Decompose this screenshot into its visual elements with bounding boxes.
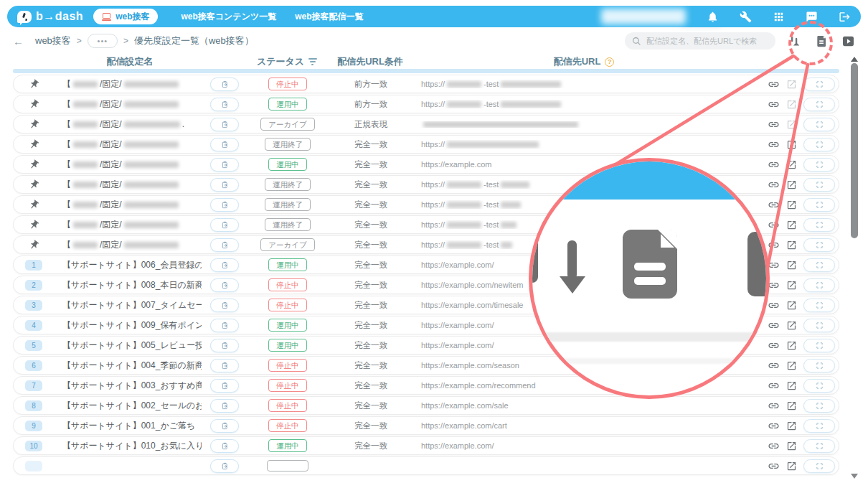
expand-button[interactable] bbox=[803, 218, 835, 232]
download-button[interactable] bbox=[788, 34, 802, 48]
copy-button[interactable] bbox=[210, 319, 239, 332]
link-icon[interactable] bbox=[768, 239, 780, 251]
apps-grid-icon[interactable] bbox=[773, 11, 785, 23]
link-icon[interactable] bbox=[768, 159, 780, 171]
pin-icon[interactable] bbox=[29, 139, 39, 150]
expand-button[interactable] bbox=[803, 118, 835, 131]
scrollbar-thumb[interactable] bbox=[851, 63, 858, 238]
external-link-icon[interactable] bbox=[786, 119, 797, 130]
search-box[interactable] bbox=[625, 32, 775, 50]
assistant-icon[interactable] bbox=[806, 11, 818, 23]
copy-button[interactable] bbox=[210, 278, 239, 292]
expand-button[interactable] bbox=[803, 359, 835, 372]
scroll-down-arrow[interactable] bbox=[851, 474, 858, 482]
expand-button[interactable] bbox=[803, 379, 835, 393]
external-link-icon[interactable] bbox=[786, 421, 797, 431]
copy-button[interactable] bbox=[210, 439, 239, 453]
copy-button[interactable] bbox=[210, 459, 239, 473]
pin-icon[interactable] bbox=[29, 240, 39, 250]
external-link-icon[interactable] bbox=[786, 400, 797, 411]
breadcrumb-item-web-sekkyaku[interactable]: web接客 bbox=[35, 34, 71, 47]
expand-button[interactable] bbox=[803, 339, 835, 352]
link-icon[interactable] bbox=[768, 199, 780, 211]
expand-button[interactable] bbox=[803, 158, 835, 172]
copy-button[interactable] bbox=[210, 118, 239, 131]
external-link-icon[interactable] bbox=[786, 99, 797, 110]
copy-button[interactable] bbox=[210, 359, 239, 372]
link-icon[interactable] bbox=[768, 339, 780, 352]
link-icon[interactable] bbox=[768, 139, 780, 151]
expand-button[interactable] bbox=[803, 399, 835, 413]
status-filter-icon[interactable] bbox=[308, 58, 317, 65]
expand-button[interactable] bbox=[803, 198, 835, 212]
expand-button[interactable] bbox=[803, 459, 835, 473]
expand-button[interactable] bbox=[803, 319, 835, 332]
expand-button[interactable] bbox=[803, 238, 835, 252]
account-name-redacted[interactable] bbox=[601, 9, 686, 24]
expand-button[interactable] bbox=[803, 299, 835, 312]
copy-button[interactable] bbox=[210, 379, 239, 393]
wrench-icon[interactable] bbox=[740, 11, 752, 23]
link-icon[interactable] bbox=[768, 440, 780, 452]
copy-button[interactable] bbox=[210, 399, 239, 413]
vertical-scrollbar[interactable] bbox=[849, 53, 859, 484]
external-link-icon[interactable] bbox=[786, 159, 797, 170]
table-row[interactable]: 【/固定/ 運用中 前方一致 https://-test bbox=[13, 95, 839, 113]
link-icon[interactable] bbox=[768, 380, 780, 392]
external-link-icon[interactable] bbox=[786, 360, 797, 371]
expand-button[interactable] bbox=[803, 258, 835, 272]
external-link-icon[interactable] bbox=[786, 320, 797, 331]
pin-icon[interactable] bbox=[29, 159, 39, 170]
link-icon[interactable] bbox=[768, 420, 780, 432]
external-link-icon[interactable] bbox=[786, 220, 797, 230]
help-icon[interactable]: ? bbox=[605, 57, 614, 67]
link-icon[interactable] bbox=[768, 319, 780, 332]
external-link-icon[interactable] bbox=[786, 300, 797, 311]
pin-icon[interactable] bbox=[29, 79, 39, 90]
product-badge-web-sekkyaku[interactable]: web接客 bbox=[93, 9, 158, 24]
link-icon[interactable] bbox=[768, 299, 780, 311]
table-row[interactable]: 【/固定/ 運用終了 完全一致 https:// bbox=[13, 135, 839, 154]
copy-button[interactable] bbox=[210, 299, 239, 312]
external-link-icon[interactable] bbox=[786, 280, 797, 291]
external-link-icon[interactable] bbox=[786, 139, 797, 150]
copy-button[interactable] bbox=[210, 218, 239, 232]
copy-button[interactable] bbox=[210, 138, 239, 151]
expand-button[interactable] bbox=[803, 439, 835, 453]
scroll-up-arrow[interactable] bbox=[851, 53, 858, 62]
search-input[interactable] bbox=[646, 37, 768, 45]
expand-button[interactable] bbox=[803, 98, 835, 111]
document-export-button[interactable] bbox=[815, 34, 829, 48]
external-link-icon[interactable] bbox=[786, 79, 797, 90]
external-link-icon[interactable] bbox=[786, 340, 797, 351]
link-icon[interactable] bbox=[768, 118, 780, 131]
pin-icon[interactable] bbox=[29, 119, 39, 130]
copy-button[interactable] bbox=[210, 178, 239, 192]
copy-button[interactable] bbox=[210, 339, 239, 352]
external-link-icon[interactable] bbox=[786, 380, 797, 391]
copy-button[interactable] bbox=[210, 258, 239, 272]
nav-web-delivery-list[interactable]: web接客配信一覧 bbox=[295, 11, 363, 23]
table-row[interactable]: 【/固定/. アーカイブ 正規表現 bbox=[13, 115, 839, 133]
table-row[interactable]: 8 【サポートサイト】002_セールのお知... 停止中 完全一致 https:… bbox=[13, 396, 839, 415]
pin-icon[interactable] bbox=[29, 99, 39, 110]
logout-icon[interactable] bbox=[839, 11, 851, 23]
copy-button[interactable] bbox=[210, 198, 239, 212]
expand-button[interactable] bbox=[803, 419, 835, 433]
video-button[interactable] bbox=[841, 34, 855, 48]
expand-button[interactable] bbox=[803, 138, 835, 151]
external-link-icon[interactable] bbox=[786, 240, 797, 250]
expand-button[interactable] bbox=[803, 78, 835, 91]
expand-button[interactable] bbox=[803, 178, 835, 192]
external-link-icon[interactable] bbox=[786, 179, 797, 190]
external-link-icon[interactable] bbox=[786, 200, 797, 210]
pin-icon[interactable] bbox=[29, 220, 39, 230]
external-link-icon[interactable] bbox=[786, 260, 797, 271]
link-icon[interactable] bbox=[768, 400, 780, 412]
table-row[interactable]: 【/固定/ 運用中 完全一致 https://example.com bbox=[13, 155, 839, 174]
external-link-icon[interactable] bbox=[786, 441, 797, 451]
table-row[interactable] bbox=[13, 456, 839, 475]
bdash-logo[interactable]: b→dash bbox=[17, 10, 83, 23]
copy-button[interactable] bbox=[210, 238, 239, 252]
link-icon[interactable] bbox=[768, 179, 780, 191]
